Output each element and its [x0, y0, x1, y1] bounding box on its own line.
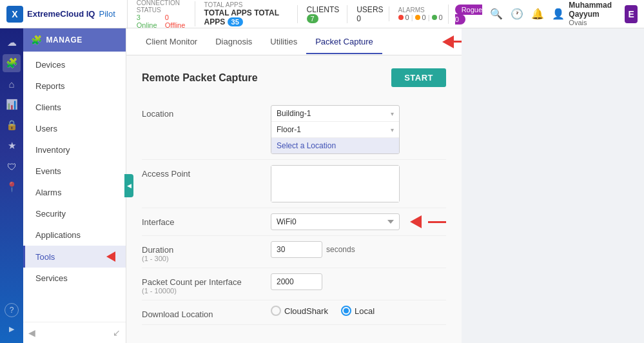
help-icon[interactable]: ? — [5, 303, 19, 317]
sidebar-item-clients[interactable]: Clients — [23, 97, 126, 118]
sidebar-item-tools[interactable]: Tools — [23, 246, 126, 268]
chart-icon[interactable]: 📊 — [3, 95, 21, 113]
tab-diagnosis[interactable]: Diagnosis — [206, 30, 261, 54]
brand-logo: X — [6, 6, 23, 23]
rogue-badge-area: Rogue 0 — [448, 5, 485, 24]
sidebar-item-users-label: Users — [35, 124, 57, 133]
location-select-row[interactable]: Select a Location — [271, 138, 399, 153]
ap-empty-row2 — [271, 184, 399, 202]
location-floor-row[interactable]: Floor-1 ▾ — [271, 122, 399, 138]
sidebar-item-events[interactable]: Events — [23, 161, 126, 182]
sidebar-nav: Devices Reports Clients Users Inventory … — [23, 52, 126, 322]
radio-cloudshark-label: CloudShark — [284, 306, 328, 316]
user-sub: Ovais — [569, 19, 617, 27]
sidebar-item-alarms[interactable]: Alarms — [23, 182, 126, 203]
sidebar-section-label: MANAGE — [46, 35, 83, 44]
sidebar-item-inventory[interactable]: Inventory — [23, 139, 126, 161]
sidebar-header: 🧩 MANAGE — [23, 28, 126, 52]
radio-cloudshark-btn[interactable] — [271, 306, 281, 316]
radio-local[interactable]: Local — [341, 306, 375, 316]
user-menu[interactable]: 👤 Muhammad Qayyum Ovais — [552, 1, 617, 28]
sidebar-item-applications-label: Applications — [35, 230, 81, 240]
clients-stat: CLIENTS 7 — [297, 5, 342, 23]
tab-arrow-indicator — [442, 35, 462, 48]
radio-cloudshark[interactable]: CloudShark — [271, 306, 328, 316]
duration-row: Duration (1 - 300) seconds — [142, 236, 446, 268]
tab-client-monitor[interactable]: Client Monitor — [137, 30, 206, 54]
location-row: Location Building-1 ▾ Floor-1 ▾ — [142, 100, 446, 160]
duration-input[interactable] — [271, 241, 322, 258]
sidebar-footer: ◀ ↙ — [23, 322, 126, 343]
search-icon[interactable]: 🔍 — [490, 8, 503, 20]
connection-status-stat: CONNECTION STATUS 3 Online 0 Offline — [127, 0, 190, 29]
interface-row: Interface WiFi0 — [142, 208, 446, 236]
clock-icon[interactable]: 🕐 — [511, 8, 523, 20]
access-point-label: Access Point — [142, 165, 271, 179]
sidebar-item-devices-label: Devices — [35, 60, 65, 70]
sidebar-item-inventory-label: Inventory — [35, 145, 70, 155]
download-location-label: Download Location — [142, 306, 271, 319]
location-control: Building-1 ▾ Floor-1 ▾ Select a Location — [271, 105, 446, 154]
home-icon[interactable]: ⌂ — [3, 75, 21, 93]
radio-local-btn[interactable] — [341, 306, 351, 316]
sidebar-item-applications[interactable]: Applications — [23, 224, 126, 246]
sidebar-item-users[interactable]: Users — [23, 118, 126, 139]
packet-count-input[interactable] — [271, 273, 322, 290]
header-right: 🔍 🕐 🔔 👤 Muhammad Qayyum Ovais E — [490, 1, 638, 28]
tools-arrow-indicator — [106, 251, 115, 262]
interface-label: Interface — [142, 213, 271, 227]
minimize-icon[interactable]: ↙ — [113, 328, 121, 338]
cloud-icon[interactable]: ☁ — [3, 34, 21, 52]
interface-arrow-indicator — [410, 215, 422, 228]
ap-list — [271, 165, 400, 202]
sidebar-item-security[interactable]: Security — [23, 203, 126, 224]
sidebar-item-alarms-label: Alarms — [35, 188, 61, 197]
users-stat: USERS 0 — [347, 5, 383, 23]
tab-utilities[interactable]: Utilities — [261, 30, 306, 54]
location-pin-icon[interactable]: 📍 — [3, 178, 21, 196]
page-content: Remote Packet Capture START Location Bui… — [126, 55, 462, 343]
star-icon[interactable]: ★ — [3, 137, 21, 155]
ap-empty-row — [271, 166, 399, 184]
duration-control: seconds — [271, 241, 446, 258]
manage-icon[interactable]: 🧩 — [3, 54, 21, 72]
radio-local-label: Local — [355, 306, 375, 316]
sidebar-item-devices[interactable]: Devices — [23, 54, 126, 75]
sidebar-item-events-label: Events — [35, 166, 61, 176]
sidebar-collapse-handle[interactable]: ◀ — [124, 174, 133, 197]
main-content: Client Monitor Diagnosis Utilities Packe… — [126, 28, 462, 343]
duration-label: Duration (1 - 300) — [142, 241, 271, 262]
duration-unit: seconds — [326, 245, 355, 254]
brand-name: ExtremeCloud IQ — [27, 9, 95, 19]
packet-count-control — [271, 273, 446, 290]
location-select-label: Select a Location — [277, 141, 336, 150]
bell-icon[interactable]: 🔔 — [531, 8, 544, 20]
alarms-stat: ALARMS 0 | 0 | 0 — [389, 6, 443, 21]
brand-product: Pilot — [99, 9, 115, 19]
expand-icon[interactable]: ▶ — [3, 320, 21, 338]
tabs-bar: Client Monitor Diagnosis Utilities Packe… — [126, 28, 462, 55]
sidebar-item-services[interactable]: Services — [23, 268, 126, 289]
shield-icon[interactable]: 🛡 — [3, 157, 21, 175]
location-building: Building-1 — [277, 109, 311, 118]
download-location-control: CloudShark Local — [271, 306, 446, 316]
start-button[interactable]: START — [391, 68, 446, 87]
sidebar-item-reports-label: Reports — [35, 81, 65, 91]
access-point-control — [271, 165, 446, 202]
icon-bar: ☁ 🧩 ⌂ 📊 🔒 ★ 🛡 📍 ? ▶ — [0, 28, 23, 343]
tab-packet-capture[interactable]: Packet Capture — [306, 30, 382, 54]
collapse-left-icon[interactable]: ◀ — [28, 328, 35, 338]
lock-icon[interactable]: 🔒 — [3, 116, 21, 134]
sidebar-item-services-label: Services — [35, 273, 68, 283]
sidebar-item-reports[interactable]: Reports — [23, 75, 126, 97]
sidebar-manage-icon: 🧩 — [31, 35, 43, 45]
sidebar-item-tools-label: Tools — [35, 252, 55, 262]
packet-count-row: Packet Count per Interface (1 - 10000) — [142, 268, 446, 300]
interface-select[interactable]: WiFi0 — [271, 213, 400, 230]
location-building-row[interactable]: Building-1 ▾ — [271, 106, 399, 122]
location-container: Building-1 ▾ Floor-1 ▾ Select a Location — [271, 105, 400, 154]
sidebar-item-clients-label: Clients — [35, 103, 61, 112]
total-apps-stat: TOTAL APPS TOTAL APPS TOTAL APPS TOTAL A… — [195, 1, 292, 26]
interface-control: WiFi0 — [271, 213, 446, 230]
location-chevron-down: ▾ — [391, 110, 394, 117]
